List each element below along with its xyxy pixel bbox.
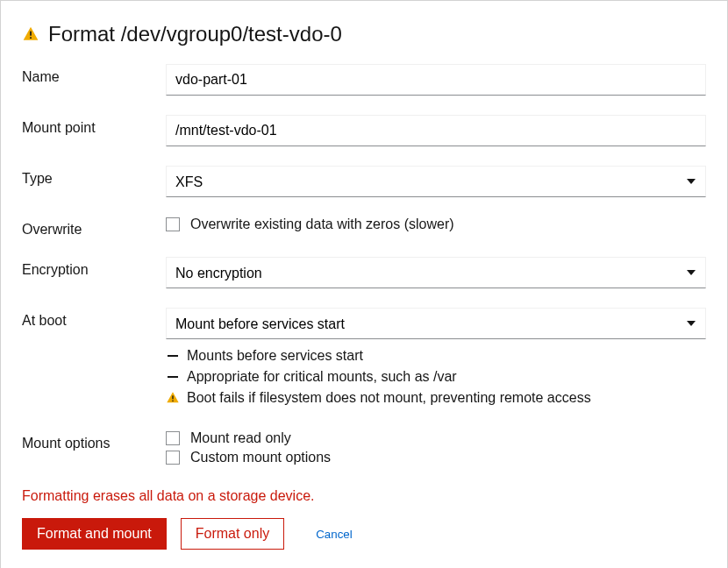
- row-name: Name: [22, 64, 706, 96]
- boot-info-line: Appropriate for critical mounts, such as…: [166, 369, 706, 385]
- boot-info-text: Appropriate for critical mounts, such as…: [187, 369, 457, 385]
- svg-rect-3: [172, 401, 173, 401]
- row-type: Type XFS: [22, 166, 706, 197]
- label-overwrite: Overwrite: [22, 217, 166, 238]
- boot-info-line: Boot fails if filesystem does not mount,…: [166, 390, 706, 406]
- boot-info-text: Mounts before services start: [187, 348, 363, 364]
- dialog-title: Format /dev/vgroup0/test-vdo-0: [48, 22, 342, 46]
- dialog-footer: Format and mount Format only Cancel: [22, 518, 706, 550]
- overwrite-checkbox[interactable]: [166, 217, 180, 231]
- boot-info-line: Mounts before services start: [166, 348, 706, 364]
- dash-icon: [168, 376, 178, 378]
- row-encryption: Encryption No encryption: [22, 257, 706, 288]
- cancel-button[interactable]: Cancel: [309, 521, 360, 548]
- dialog-header: Format /dev/vgroup0/test-vdo-0: [22, 22, 706, 46]
- custom-mount-checkbox[interactable]: [166, 451, 180, 465]
- label-name: Name: [22, 64, 166, 85]
- label-type: Type: [22, 166, 166, 187]
- format-warning: Formatting erases all data on a storage …: [22, 488, 706, 504]
- label-encryption: Encryption: [22, 257, 166, 278]
- encryption-select[interactable]: No encryption: [166, 257, 706, 288]
- boot-info-text: Boot fails if filesystem does not mount,…: [187, 390, 591, 406]
- label-mount-options: Mount options: [22, 430, 166, 451]
- format-only-button[interactable]: Format only: [181, 518, 284, 550]
- custom-mount-checkbox-label: Custom mount options: [190, 450, 331, 465]
- svg-rect-1: [30, 37, 32, 39]
- format-and-mount-button[interactable]: Format and mount: [22, 518, 167, 550]
- row-overwrite: Overwrite Overwrite existing data with z…: [22, 217, 706, 238]
- row-mount-options: Mount options Mount read only Custom mou…: [22, 430, 706, 469]
- boot-info-list: Mounts before services start Appropriate…: [166, 348, 706, 406]
- warning-icon: [22, 25, 39, 43]
- overwrite-checkbox-label: Overwrite existing data with zeros (slow…: [190, 217, 454, 232]
- label-mount-point: Mount point: [22, 115, 166, 136]
- row-at-boot: At boot Mount before services start Moun…: [22, 308, 706, 411]
- at-boot-select[interactable]: Mount before services start: [166, 308, 706, 339]
- dash-icon: [168, 355, 178, 357]
- warning-icon: [166, 391, 180, 405]
- type-select[interactable]: XFS: [166, 166, 706, 197]
- name-input[interactable]: [166, 64, 706, 96]
- svg-rect-2: [172, 395, 173, 399]
- row-mount-point: Mount point: [22, 115, 706, 146]
- read-only-checkbox[interactable]: [166, 431, 180, 445]
- mount-point-input[interactable]: [166, 115, 706, 146]
- svg-rect-0: [30, 32, 32, 36]
- label-at-boot: At boot: [22, 308, 166, 329]
- format-dialog: Format /dev/vgroup0/test-vdo-0 Name Moun…: [0, 0, 728, 568]
- read-only-checkbox-label: Mount read only: [190, 430, 291, 446]
